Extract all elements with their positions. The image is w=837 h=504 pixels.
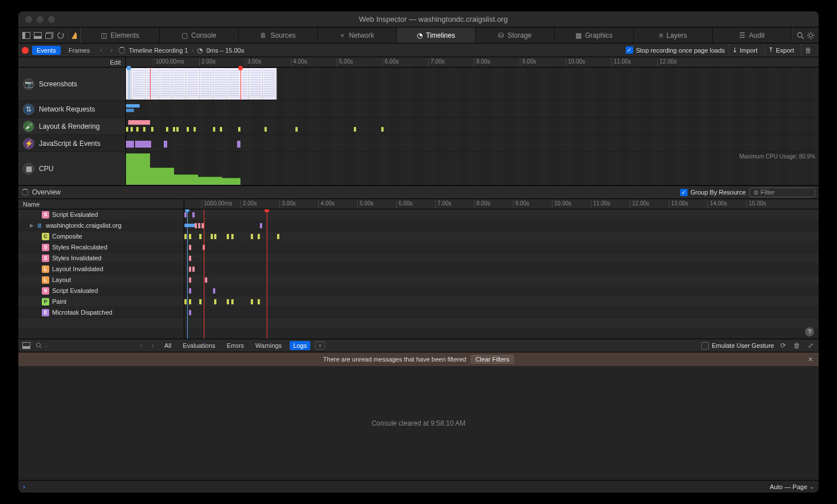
overview-ruler[interactable]: Edit 1000.00ms2.00s3.00s4.00s5.00s6.00s7… <box>18 57 819 68</box>
svg-rect-1 <box>23 33 25 38</box>
close-icon[interactable]: ✕ <box>808 356 813 363</box>
next-result-icon[interactable]: › <box>149 342 156 350</box>
ruler-tick: 6.00s <box>396 200 412 208</box>
prompt-icon: › <box>23 483 25 491</box>
chevron-down-icon: ⌄ <box>810 484 814 490</box>
filter-input[interactable]: ⊜ Filter <box>749 188 815 197</box>
table-row[interactable]: ▶🗎washingtondc.craigslist.org <box>18 220 819 231</box>
event-marker <box>189 256 191 261</box>
table-row[interactable]: SScript Evaluated <box>18 209 819 220</box>
emulate-gesture-checkbox[interactable]: Emulate User Gesture <box>701 342 774 350</box>
svg-line-21 <box>40 347 42 348</box>
table-row[interactable]: CComposite <box>18 231 819 242</box>
console-prompt[interactable]: › Auto — Page ⌄ <box>18 480 819 493</box>
timeline-row-screenshots[interactable]: 📷Screenshots <box>18 68 819 101</box>
reload-icon[interactable] <box>56 31 65 40</box>
row-label: Styles Invalidated <box>52 255 101 261</box>
timeline-row-cpu[interactable]: ▦CPU Maximum CPU Usage: 80.9% <box>18 152 819 185</box>
titlebar: Web Inspector — washingtondc.craigslist.… <box>18 11 819 27</box>
svg-rect-5 <box>46 33 52 38</box>
filter-all[interactable]: All <box>161 341 175 350</box>
minimize-window-icon[interactable] <box>37 16 44 23</box>
filter-warnings[interactable]: Warnings <box>252 341 285 350</box>
undock-icon[interactable] <box>45 31 54 40</box>
sources-icon: 🗎 <box>260 31 267 39</box>
checkbox-checked-icon: ✓ <box>680 189 688 196</box>
event-marker <box>260 223 262 228</box>
ruler-tick: 4.00s <box>291 58 307 66</box>
zoom-window-icon[interactable] <box>48 16 55 23</box>
timeline-toolbar: Events Frames ‹ › Timeline Recording 1 ›… <box>18 43 819 57</box>
clear-filters-button[interactable]: Clear Filters <box>471 355 514 364</box>
search-icon[interactable] <box>796 31 805 40</box>
filter-logs[interactable]: Logs <box>290 341 310 350</box>
console-toolbar: ⌄ ‹ › All Evaluations Errors Warnings Lo… <box>18 339 819 352</box>
filter-evaluations[interactable]: Evaluations <box>179 341 219 350</box>
stop-recording-checkbox[interactable]: ✓ Stop recording once page loads <box>626 46 725 54</box>
timeline-row-js[interactable]: ⚡JavaScript & Events <box>18 135 819 152</box>
tab-graphics[interactable]: ▦Graphics <box>555 27 634 43</box>
dock-left-icon[interactable] <box>22 31 31 40</box>
recording-breadcrumb[interactable]: Timeline Recording 1 <box>129 47 188 54</box>
reload-icon[interactable]: ⟳ <box>779 341 788 350</box>
view-events-button[interactable]: Events <box>32 46 61 55</box>
time-range-breadcrumb[interactable]: 0ms – 15.00s <box>206 47 244 54</box>
event-marker <box>227 299 229 304</box>
trash-icon[interactable]: 🗑 <box>792 341 802 350</box>
prev-result-icon[interactable]: ‹ <box>138 342 145 350</box>
event-marker <box>189 310 191 315</box>
filter-errors[interactable]: Errors <box>223 341 247 350</box>
dock-bottom-icon[interactable] <box>33 31 42 40</box>
name-column-header[interactable]: Name <box>18 199 184 209</box>
tab-timelines[interactable]: ◔Timelines <box>397 27 476 43</box>
ruler-tick: 13.00s <box>669 200 688 208</box>
gear-icon[interactable] <box>806 31 815 40</box>
nav-back-icon[interactable]: ‹ <box>98 46 105 54</box>
clear-button[interactable]: 🗑 <box>801 43 815 57</box>
svg-point-20 <box>37 343 41 347</box>
event-marker <box>231 234 234 239</box>
event-marker <box>189 288 191 293</box>
category-badge: S <box>42 287 49 295</box>
tab-elements[interactable]: ◫Elements <box>81 27 160 43</box>
nav-forward-icon[interactable]: › <box>108 46 115 54</box>
tab-audit[interactable]: ☰Audit <box>713 27 792 43</box>
row-label: Layout <box>52 276 71 283</box>
expand-icon[interactable]: ⤢ <box>806 341 815 350</box>
timeline-row-network[interactable]: ⇅Network Requests <box>18 101 819 118</box>
table-row[interactable]: SScript Evaluated <box>18 285 819 296</box>
record-button[interactable] <box>22 47 29 54</box>
timeline-row-layout[interactable]: 🖌Layout & Rendering <box>18 118 819 135</box>
view-frames-button[interactable]: Frames <box>64 46 94 55</box>
edit-timelines-button[interactable]: Edit <box>18 57 126 67</box>
table-row[interactable]: LLayout Invalidated <box>18 264 819 275</box>
tab-sources[interactable]: 🗎Sources <box>239 27 318 43</box>
ruler-tick: 1000.00ms <box>153 58 184 66</box>
tab-storage[interactable]: ⛁Storage <box>476 27 555 43</box>
overview-label[interactable]: Overview <box>32 188 61 196</box>
disclosure-triangle-icon[interactable]: ▶ <box>30 223 34 228</box>
export-button[interactable]: ⤒Export <box>764 43 797 57</box>
scope-icon[interactable]: ≡ <box>315 342 325 350</box>
window-title: Web Inspector — washingtondc.craigslist.… <box>55 15 812 23</box>
table-row[interactable]: PPaint <box>18 296 819 307</box>
import-button[interactable]: ⤓Import <box>728 43 761 57</box>
help-icon[interactable]: ? <box>805 327 814 336</box>
graphics-icon: ▦ <box>575 31 582 39</box>
tab-network[interactable]: ⚬Network <box>318 27 397 43</box>
tab-console[interactable]: ▢Console <box>160 27 239 43</box>
table-row[interactable]: SStyles Recalculated <box>18 242 819 253</box>
table-row[interactable]: LLayout <box>18 275 819 285</box>
table-row[interactable]: SStyles Invalidated <box>18 253 819 264</box>
event-marker <box>198 223 200 228</box>
table-row[interactable]: EMicrotask Dispatched <box>18 307 819 318</box>
warning-icon[interactable] <box>68 31 77 40</box>
toggle-sidebar-icon[interactable] <box>22 341 31 350</box>
ruler-tick: 11.00s <box>611 58 631 66</box>
checkbox-unchecked-icon <box>701 342 709 350</box>
console-search[interactable]: ⌄ <box>35 342 49 349</box>
execution-context-selector[interactable]: Auto — Page ⌄ <box>770 483 814 490</box>
close-window-icon[interactable] <box>25 16 32 23</box>
group-by-resource-checkbox[interactable]: ✓ Group By Resource <box>680 189 746 196</box>
tab-layers[interactable]: ≡Layers <box>634 27 713 43</box>
